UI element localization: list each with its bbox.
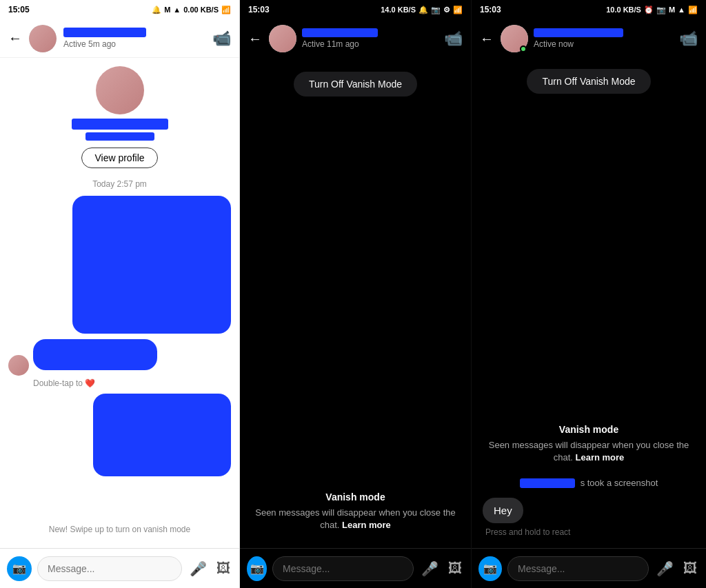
panel-dark-vanish-messages: 15:03 10.0 KB/S ⏰ 📷 M ▲ 📶 ← Active now 📹… <box>472 0 706 588</box>
video-call-icon-p3[interactable]: 📹 <box>679 30 698 48</box>
active-status-p2: Active 11m ago <box>302 39 444 49</box>
header-icons-p3: 📹 <box>679 30 698 48</box>
status-icons-p3: 10.0 KB/S ⏰ 📷 M ▲ 📶 <box>606 6 698 14</box>
status-icons-p2: 14.0 KB/S 🔔 📷 ⚙ 📶 <box>381 6 463 14</box>
status-icons-p1: 🔔 M ▲ 0.00 KB/S 📶 <box>152 6 231 14</box>
contact-name-p1 <box>63 28 146 37</box>
vanish-mode-desc-p2: Seen messages will disappear when you cl… <box>251 507 460 531</box>
turn-off-vanish-button-p2[interactable]: Turn Off Vanish Mode <box>294 72 417 97</box>
chat-header-p1: ← Active 5m ago 📹 <box>0 19 239 58</box>
chat-header-p2: ← Active 11m ago 📹 <box>240 19 471 58</box>
input-bar-p1: 📷 🎤 🖼 <box>0 548 239 588</box>
avatar-image-p1 <box>29 25 57 52</box>
panel-light-chat: 15:05 🔔 M ▲ 0.00 KB/S 📶 ← Active 5m ago … <box>0 0 240 588</box>
image-icon-p1[interactable]: 🖼 <box>214 560 232 576</box>
chat-body-p3: Turn Off Vanish Mode Vanish mode Seen me… <box>472 58 706 548</box>
vanish-info-p3: Vanish mode Seen messages will disappear… <box>483 424 695 464</box>
avatar-p1[interactable] <box>29 25 57 52</box>
message-bubble-2 <box>93 394 231 476</box>
message-bubble-1 <box>72 196 231 334</box>
input-bar-p3: 📷 🎤 🖼 <box>472 548 706 588</box>
avatar-image-p2 <box>269 25 296 52</box>
input-bar-p2: 📷 🎤 🖼 <box>240 548 471 588</box>
header-info-p3: Active now <box>534 28 679 49</box>
header-info-p1: Active 5m ago <box>63 28 212 49</box>
avatar-p2[interactable] <box>269 25 296 52</box>
header-info-p2: Active 11m ago <box>302 28 444 49</box>
header-icons-p1: 📹 <box>212 30 231 48</box>
message-input-p1[interactable] <box>37 556 182 581</box>
empty-space-p3 <box>483 108 695 410</box>
chat-header-p3: ← Active now 📹 <box>472 19 706 58</box>
video-call-icon-p2[interactable]: 📹 <box>444 30 463 48</box>
vanish-hint: New! Swipe up to turn on vanish mode <box>49 525 190 534</box>
avatar-container-p2 <box>269 25 296 52</box>
online-indicator-p3 <box>520 45 527 52</box>
camera-icon-p3: 📷 <box>483 562 497 575</box>
status-time-p3: 15:03 <box>480 5 501 14</box>
mic-icon-p3[interactable]: 🎤 <box>654 560 676 577</box>
learn-more-link-p3[interactable]: Learn more <box>576 452 625 463</box>
press-hold-hint: Press and hold to react <box>485 527 570 537</box>
camera-button-p2[interactable]: 📷 <box>247 556 267 581</box>
message-input-p2[interactable] <box>272 556 414 581</box>
mic-icon-p2[interactable]: 🎤 <box>419 560 441 577</box>
contact-name-p3 <box>534 28 623 37</box>
video-call-icon-p1[interactable]: 📹 <box>212 30 231 48</box>
back-button-p2[interactable]: ← <box>248 31 262 47</box>
received-message-row <box>8 339 231 376</box>
sender-avatar-p1 <box>8 355 29 376</box>
received-bubble <box>33 339 157 370</box>
vanish-mode-desc-p3: Seen messages will disappear when you cl… <box>483 439 695 464</box>
view-profile-button[interactable]: View profile <box>81 148 157 168</box>
camera-button-p1[interactable]: 📷 <box>7 556 32 581</box>
contact-name-p2 <box>302 28 378 37</box>
status-bar-p3: 15:03 10.0 KB/S ⏰ 📷 M ▲ 📶 <box>472 0 706 19</box>
panel-dark-vanish-empty: 15:03 14.0 KB/S 🔔 📷 ⚙ 📶 ← Active 11m ago… <box>240 0 472 588</box>
profile-name-p1 <box>72 119 168 130</box>
message-timestamp-p1: Today 2:57 pm <box>92 179 147 189</box>
image-icon-p2[interactable]: 🖼 <box>446 560 464 576</box>
status-bar-p2: 15:03 14.0 KB/S 🔔 📷 ⚙ 📶 <box>240 0 471 19</box>
avatar-container-p1 <box>29 25 57 52</box>
screenshot-notice: s took a screenshot <box>520 478 658 488</box>
avatar-container-p3 <box>501 25 528 52</box>
camera-button-p3[interactable]: 📷 <box>478 556 502 581</box>
screenshot-suffix: s took a screenshot <box>581 478 658 488</box>
vanish-mode-title-p2: Vanish mode <box>251 491 460 503</box>
active-status-p1: Active 5m ago <box>63 39 212 49</box>
mic-icon-p1[interactable]: 🎤 <box>188 560 209 577</box>
learn-more-link-p2[interactable]: Learn more <box>342 520 391 530</box>
message-input-p3[interactable] <box>507 556 649 581</box>
back-button-p3[interactable]: ← <box>480 31 494 47</box>
turn-off-vanish-button-p3[interactable]: Turn Off Vanish Mode <box>527 69 650 94</box>
status-time-p1: 15:05 <box>8 5 30 14</box>
header-icons-p2: 📹 <box>444 30 463 48</box>
camera-icon-p2: 📷 <box>250 562 264 575</box>
vanish-info-p2: Vanish mode Seen messages will disappear… <box>251 491 460 537</box>
back-button-p1[interactable]: ← <box>8 30 22 46</box>
status-time-p2: 15:03 <box>248 5 270 14</box>
chat-body-p1: View profile Today 2:57 pm Double-tap to… <box>0 58 239 548</box>
screenshot-name-blur <box>520 478 575 488</box>
status-bar-p1: 15:05 🔔 M ▲ 0.00 KB/S 📶 <box>0 0 239 19</box>
image-icon-p3[interactable]: 🖼 <box>681 560 699 576</box>
double-tap-hint: Double-tap to ❤️ <box>33 378 95 388</box>
chat-body-p2: Turn Off Vanish Mode Vanish mode Seen me… <box>240 58 471 548</box>
camera-icon-p1: 📷 <box>12 562 26 575</box>
vanish-mode-title-p3: Vanish mode <box>483 424 695 435</box>
hey-message-bubble: Hey <box>483 498 523 523</box>
profile-subtext-p1 <box>85 132 154 141</box>
profile-avatar-p1 <box>96 66 144 114</box>
active-status-p3: Active now <box>534 39 679 49</box>
